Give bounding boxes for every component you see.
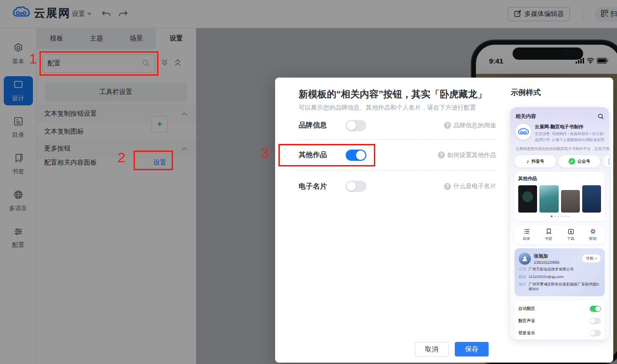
help-label: 什么是电子名片 — [453, 182, 496, 190]
nav-bookmark[interactable]: 书签 — [545, 228, 553, 241]
toggle-label: 品牌信息 — [299, 121, 329, 130]
field-label: 邮箱 — [519, 275, 526, 280]
field-value: 广州万彩信息技术有限公司 — [529, 267, 574, 272]
preview-panel-title: 相关内容 — [515, 113, 536, 120]
other-works-card: 其他作品 — [514, 172, 605, 221]
toggle-knob — [590, 318, 595, 324]
catalog-list-icon — [523, 228, 530, 235]
email-row: 邮箱 121220221@qq.com — [519, 275, 601, 280]
nav-catalog[interactable]: 目录 — [523, 228, 530, 241]
work-thumbnail-taupe-cover[interactable] — [561, 190, 580, 213]
auto-flip-toggle[interactable] — [590, 306, 601, 312]
dialog-toggle-rows: 品牌信息 ? 品牌信息的用途 其他作品 ? 如何设置其他作品 电子名片 — [299, 111, 496, 202]
setting-label: 自动翻页 — [518, 306, 535, 312]
contact-name: 张旭加 — [534, 253, 559, 260]
navigate-button[interactable]: 导航 > — [582, 254, 601, 262]
app-root: 云展网 设置 多媒体编辑器 扫码 基本 — [0, 0, 617, 364]
contact-phone: 13610110956 — [534, 260, 559, 265]
business-card-toggle[interactable] — [346, 181, 366, 192]
work-thumbnail-dark-cover[interactable] — [518, 185, 537, 213]
help-label: 如何设置其他作品 — [447, 151, 496, 159]
flip-sound-toggle[interactable] — [590, 318, 601, 324]
field-label: 公司 — [519, 267, 526, 272]
background-music-row: 背景音乐 — [518, 327, 601, 339]
works-thumbnails — [518, 185, 601, 213]
brand-name: 云展网-翻页电子书制作 — [535, 124, 604, 130]
annotation-number-1: 1 — [29, 51, 37, 67]
auto-flip-row: 自动翻页 — [518, 302, 601, 315]
brand-description-text: 云展网是国内领先的在线翻页电子书制作平台，过百万用户... — [515, 147, 609, 151]
field-label: 地址 — [519, 282, 526, 293]
nav-label: 下载 — [567, 236, 575, 241]
row-brand-info: 品牌信息 ? 品牌信息的用途 — [299, 111, 496, 140]
preview-settings-card: 自动翻页 翻页声音 背景音乐 — [514, 301, 605, 340]
save-button[interactable]: 保存 — [455, 342, 489, 356]
social-label: 抖音号 — [531, 158, 544, 165]
toggle-label: 电子名片 — [299, 182, 329, 191]
nav-label: 书签 — [545, 236, 553, 241]
social-buttons: ♪ 抖音号 ✓ 公众号 — [514, 155, 605, 167]
nav-download[interactable]: 下载 — [567, 228, 575, 241]
toggle-knob — [347, 121, 356, 130]
flip-sound-row: 翻页声音 — [518, 315, 601, 327]
row-other-works: 其他作品 ? 如何设置其他作品 — [299, 140, 496, 171]
toggle-knob — [590, 331, 595, 336]
setting-label: 翻页声音 — [518, 318, 535, 324]
background-music-toggle[interactable] — [590, 330, 601, 336]
field-value: 121220221@qq.com — [529, 275, 563, 280]
address-row: 地址 广州市黄埔区联和街道彩频路广东软件园D栋502 — [519, 282, 601, 293]
brand-block: 云展网-翻页电子书制作 主营业务: 动画制作 / 自媒体创作 / 办公软件 品牌… — [514, 123, 605, 143]
avatar — [519, 253, 531, 265]
business-card-help-link[interactable]: ? 什么是电子名片 — [444, 182, 496, 190]
toggle-knob — [356, 150, 365, 160]
preview-heading: 示例样式 — [511, 88, 541, 98]
bookmark-icon — [546, 228, 552, 235]
tiktok-note-icon: ♪ — [526, 158, 529, 165]
download-icon — [568, 228, 574, 235]
business-card: 张旭加 13610110956 导航 > 公司 广州万彩信息技术有限公司 邮箱 … — [514, 248, 605, 296]
wechat-official-button[interactable]: ✓ 公众号 — [559, 155, 600, 167]
setting-label: 背景音乐 — [518, 330, 535, 336]
dialog-subtitle: 可以展示您的品牌信息、其他作品和个人名片，请在下方进行配置 — [299, 103, 476, 112]
qr-code-icon — [609, 158, 609, 165]
other-works-help-link[interactable]: ? 如何设置其他作品 — [438, 151, 496, 159]
preview-panel-header: 相关内容 — [514, 112, 605, 123]
dialog-title: 新模板的“相关内容”按钮，其实「卧虎藏龙」 — [299, 88, 487, 101]
preview-phone-panel: 相关内容 云展网-翻页电子书制作 主营业务: 动画制作 / 自媒体创作 / 办公… — [510, 107, 609, 340]
brand-business-line: 主营业务: 动画制作 / 自媒体创作 / 办公软件 — [535, 131, 604, 136]
question-icon: ? — [444, 183, 451, 190]
carousel-dots[interactable] — [518, 215, 601, 217]
brand-info-help-link[interactable]: ? 品牌信息的用途 — [444, 121, 496, 130]
toggle-knob — [347, 182, 356, 191]
social-label: 公众号 — [577, 158, 590, 165]
help-gear-icon — [590, 228, 596, 235]
company-row: 公司 广州万彩信息技术有限公司 — [519, 267, 601, 272]
row-business-card: 电子名片 ? 什么是电子名片 — [299, 171, 496, 202]
brand-description: 云展网是国内领先的在线翻页电子书制作平台，过百万用户...更多 — [515, 146, 604, 151]
nav-help[interactable]: 帮助 — [589, 228, 597, 241]
business-card-header: 张旭加 13610110956 导航 > — [519, 253, 601, 265]
toggle-label: 其他作品 — [299, 150, 329, 159]
related-content-dialog: 新模板的“相关内容”按钮，其实「卧虎藏龙」 可以展示您的品牌信息、其他作品和个人… — [275, 78, 613, 363]
preview-nav-card: 目录 书签 下载 帮助 — [514, 225, 605, 244]
annotation-number-3: 3 — [261, 145, 269, 161]
douyin-button[interactable]: ♪ 抖音号 — [514, 155, 556, 167]
search-icon[interactable] — [598, 113, 604, 119]
question-icon: ? — [438, 151, 445, 158]
work-thumbnail-wave-cover[interactable] — [539, 185, 558, 213]
field-value: 广州市黄埔区联和街道彩频路广东软件园D栋502 — [529, 282, 601, 293]
question-icon: ? — [444, 122, 451, 129]
other-works-toggle[interactable] — [346, 150, 366, 161]
cancel-button[interactable]: 取消 — [415, 342, 449, 356]
qr-button[interactable] — [603, 155, 609, 167]
other-works-title: 其他作品 — [518, 175, 601, 182]
help-label: 品牌信息的用途 — [453, 121, 496, 130]
wechat-official-icon: ✓ — [569, 158, 575, 165]
toggle-knob — [595, 306, 601, 311]
nav-label: 目录 — [523, 236, 530, 241]
work-thumbnail-navy-cover[interactable] — [582, 185, 601, 213]
nav-label: 帮助 — [589, 236, 597, 241]
brand-info-toggle[interactable] — [346, 120, 366, 131]
brand-cloud-logo-icon — [515, 124, 531, 140]
annotation-number-2: 2 — [118, 150, 126, 166]
